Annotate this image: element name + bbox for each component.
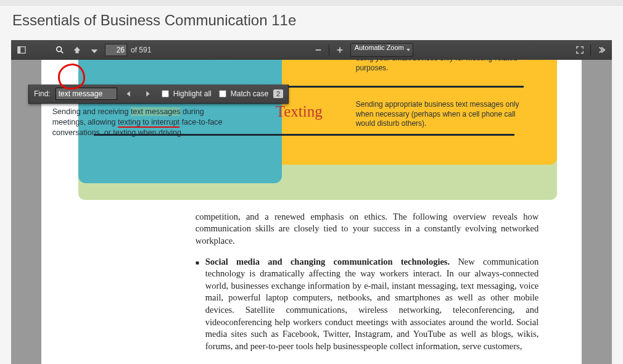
bullet-rest: New communication technology is dramatic… xyxy=(205,257,539,351)
svg-rect-1 xyxy=(18,47,20,54)
svg-rect-6 xyxy=(339,48,340,53)
highlight-all-input[interactable] xyxy=(162,90,169,97)
paragraph-1: competition, and a renewed emphasis on e… xyxy=(196,211,539,247)
sidebar-toggle-button[interactable] xyxy=(15,43,28,57)
zoom-out-button[interactable] xyxy=(312,43,325,57)
document-scroll-area[interactable]: blets using your smart devices only for … xyxy=(11,60,612,364)
highlight-all-label: Highlight all xyxy=(173,89,212,98)
page-number-input[interactable] xyxy=(105,44,127,56)
fullscreen-button[interactable] xyxy=(573,43,587,57)
zoom-in-button[interactable] xyxy=(333,43,347,57)
page-footer: 6 Chapter 1: Succeeding in the Social an… xyxy=(41,352,582,364)
pdf-page: blets using your smart devices only for … xyxy=(41,60,582,364)
next-page-button[interactable] xyxy=(88,43,101,57)
texting-label: Texting xyxy=(276,103,323,120)
page-title: Essentials of Business Communication 11e xyxy=(0,6,623,40)
red-underline-text: texting to interrupt xyxy=(118,118,179,128)
more-tools-button[interactable] xyxy=(595,43,608,57)
diagram-rule-2 xyxy=(94,134,514,136)
prev-page-button[interactable] xyxy=(70,43,84,57)
diagram-panel: blets using your smart devices only for … xyxy=(41,60,582,202)
bullet-item: ■ Social media and changing communicatio… xyxy=(196,256,539,353)
search-highlight: text messages xyxy=(131,107,181,116)
pdf-toolbar: of 591 Automatic Zoom xyxy=(11,40,612,60)
find-next-button[interactable] xyxy=(141,87,154,101)
search-icon[interactable] xyxy=(53,43,67,57)
find-bar: Find: Highlight all Match case 2 xyxy=(28,85,289,104)
match-case-input[interactable] xyxy=(219,90,226,97)
svg-rect-4 xyxy=(315,49,321,51)
zoom-select[interactable]: Automatic Zoom xyxy=(350,43,413,57)
find-prev-button[interactable] xyxy=(122,87,136,101)
svg-line-3 xyxy=(61,51,64,54)
bullet-mark-icon: ■ xyxy=(196,259,199,353)
find-input[interactable] xyxy=(56,88,117,100)
highlight-all-checkbox[interactable]: Highlight all xyxy=(159,88,212,99)
page-total-label: of 591 xyxy=(131,46,151,54)
texting-body-text: Sending appropriate business text messag… xyxy=(356,100,519,129)
pdf-viewer: of 591 Automatic Zoom Find: Highligh xyxy=(11,40,612,364)
tablets-body-text: using your smart devices only for meetin… xyxy=(356,60,519,73)
find-label: Find: xyxy=(34,89,51,98)
bullet-strong: Social media and changing communication … xyxy=(205,257,450,267)
window-topbar xyxy=(0,0,623,6)
teal-text-a: Sending and receiving xyxy=(52,107,131,116)
match-count-badge: 2 xyxy=(273,89,283,98)
bullet-text: Social media and changing communication … xyxy=(205,256,539,353)
match-case-label: Match case xyxy=(231,89,268,98)
match-case-checkbox[interactable]: Match case xyxy=(217,88,268,99)
body-text-block: competition, and a renewed emphasis on e… xyxy=(196,211,539,353)
svg-point-2 xyxy=(57,47,62,52)
zoom-select-label: Automatic Zoom xyxy=(355,44,404,51)
